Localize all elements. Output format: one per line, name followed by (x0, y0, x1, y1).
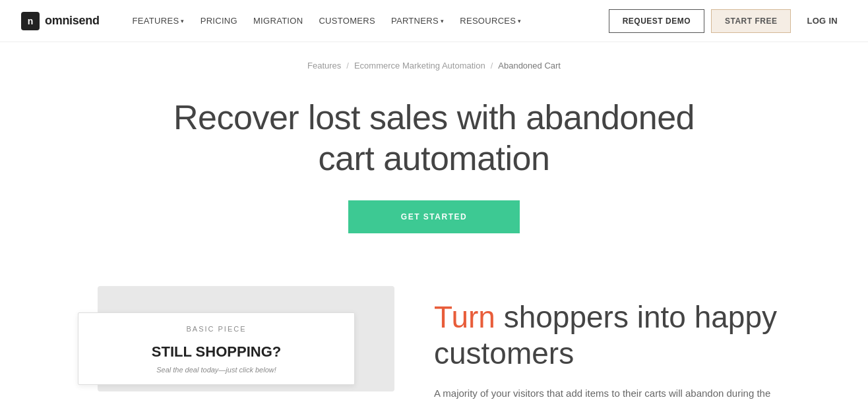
navbar: n omnisend FEATURES ▾ PRICING MIGRATION … (0, 0, 868, 42)
nav-links: FEATURES ▾ PRICING MIGRATION CUSTOMERS P… (126, 11, 609, 31)
chevron-down-icon: ▾ (441, 18, 444, 24)
email-preview-area: BASIC PIECE STILL SHOPPING? Seal the dea… (78, 286, 394, 406)
brand-name: omnisend (45, 14, 100, 28)
chevron-down-icon: ▾ (518, 18, 521, 24)
chevron-down-icon: ▾ (181, 18, 184, 24)
breadcrumb-ecommerce[interactable]: Ecommerce Marketing Automation (354, 61, 485, 71)
email-card-brand: BASIC PIECE (78, 313, 354, 338)
email-card-subtext: Seal the deal today—just click below! (78, 363, 354, 384)
right-content: Turn shoppers into happy customers A maj… (434, 286, 790, 406)
get-started-button[interactable]: GET STARTED (348, 200, 520, 233)
log-in-button[interactable]: LOG IN (797, 9, 847, 32)
breadcrumb-sep: / (346, 61, 349, 71)
breadcrumb-features[interactable]: Features (307, 61, 341, 71)
logo[interactable]: n omnisend (21, 12, 100, 30)
nav-item-partners[interactable]: PARTNERS ▾ (385, 11, 450, 31)
logo-icon: n (21, 12, 40, 30)
breadcrumb: Features / Ecommerce Marketing Automatio… (0, 42, 868, 84)
start-free-button[interactable]: START FREE (711, 9, 791, 33)
nav-item-customers[interactable]: CUSTOMERS (312, 11, 382, 31)
turn-highlight: Turn (434, 300, 495, 334)
breadcrumb-sep: / (491, 61, 493, 71)
email-card: BASIC PIECE STILL SHOPPING? Seal the dea… (78, 312, 355, 385)
nav-item-resources[interactable]: RESOURCES ▾ (453, 11, 528, 31)
hero-section: Recover lost sales with abandoned cart a… (0, 84, 868, 260)
breadcrumb-current: Abandoned Cart (498, 61, 561, 71)
nav-item-pricing[interactable]: PRICING (194, 11, 244, 31)
turn-headline: Turn shoppers into happy customers (434, 299, 790, 372)
hero-title: Recover lost sales with abandoned cart a… (170, 97, 698, 179)
email-card-headline: STILL SHOPPING? (78, 338, 354, 363)
lower-section: BASIC PIECE STILL SHOPPING? Seal the dea… (38, 260, 830, 406)
nav-item-migration[interactable]: MIGRATION (247, 11, 309, 31)
nav-actions: REQUEST DEMO START FREE LOG IN (609, 9, 847, 33)
request-demo-button[interactable]: REQUEST DEMO (609, 9, 704, 33)
turn-body: A majority of your visitors that add ite… (434, 385, 790, 406)
nav-item-features[interactable]: FEATURES ▾ (126, 11, 191, 31)
